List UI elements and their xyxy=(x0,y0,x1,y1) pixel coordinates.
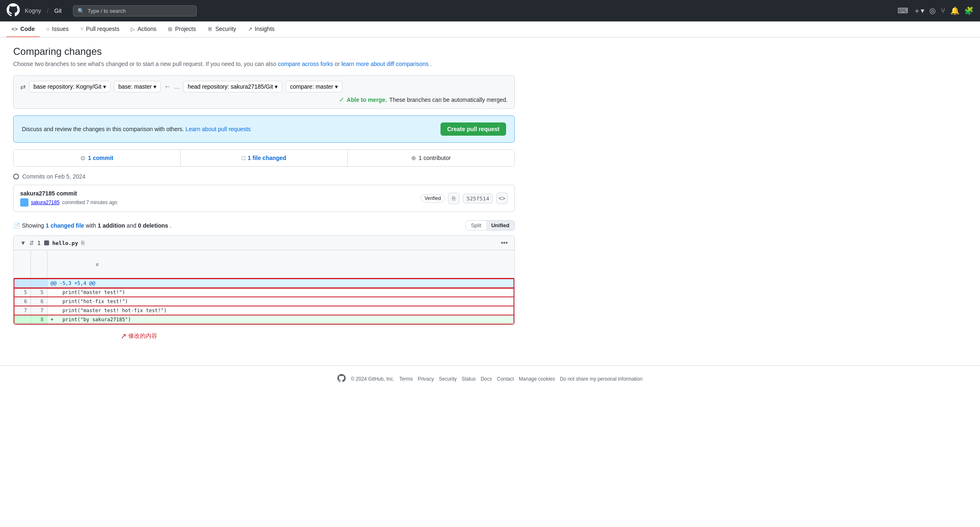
fork-icon[interactable]: ⑂ xyxy=(941,7,945,15)
expand-arrows-icon: ⇵ xyxy=(29,240,34,246)
footer-manage-cookies-link[interactable]: Manage cookies xyxy=(519,376,555,382)
annotation: ↗ 修改的内容 xyxy=(120,332,515,341)
head-repo-select[interactable]: head repository: sakura27185/Git ▾ xyxy=(183,81,282,92)
banner-text: Discuss and review the changes in this c… xyxy=(22,126,251,132)
file-diff-header-left: ▼ ⇵ 1 hello.py ⎘ xyxy=(20,240,497,246)
diff-content: ⇵ @@ -5,3 +5,4 @@ 5 5 print("master test… xyxy=(14,250,514,325)
commit-title: sakura27185 commit xyxy=(20,190,117,197)
chevron-down-icon: ▾ xyxy=(103,83,106,90)
expand-toggle[interactable]: ⇵ xyxy=(47,250,514,279)
chevron-down-icon: ▾ xyxy=(335,83,338,90)
compare-bar: ⇄ base repository: Kogny/Git ▾ base: mas… xyxy=(13,75,515,109)
compare-branch-select[interactable]: compare: master ▾ xyxy=(285,81,342,92)
showing-prefix: Showing xyxy=(22,222,44,229)
search-box[interactable]: 🔍 Type / to search xyxy=(73,5,197,16)
chevron-down-icon: ▾ xyxy=(275,83,278,90)
swap-icon[interactable]: ⇄ xyxy=(20,83,26,91)
github-logo-icon xyxy=(7,3,20,19)
tab-insights[interactable]: ↗ Insights xyxy=(243,21,280,37)
view-toggle: Split Unified xyxy=(466,220,515,231)
table-row: 7 7 print("master test! hot-fix test!") xyxy=(14,306,514,315)
tab-actions[interactable]: ▷ Actions xyxy=(126,21,161,37)
base-branch-select[interactable]: base: master ▾ xyxy=(114,81,161,92)
files-stat: □ 1 file changed xyxy=(181,150,348,166)
bell-icon[interactable]: 🔔 xyxy=(950,6,959,15)
footer-status-link[interactable]: Status xyxy=(462,376,476,382)
stats-row: ⊙ 1 commit □ 1 file changed ⊛ 1 contribu… xyxy=(13,149,515,167)
puzzle-icon[interactable]: 🧩 xyxy=(964,6,973,15)
unified-view-button[interactable]: Unified xyxy=(486,221,514,230)
code-icon: <> xyxy=(12,26,18,32)
commit-time: committed 7 minutes ago xyxy=(62,200,117,205)
commit-hash: 525f514 xyxy=(463,194,493,203)
header: Kogny / Git 🔍 Type / to search ⌨ ＋▾ ◎ ⑂ … xyxy=(0,0,980,21)
contributors-stat-label: 1 contributor xyxy=(419,155,451,161)
expand-icon: ⇵ xyxy=(96,261,99,267)
search-icon: 🔍 xyxy=(78,8,84,14)
plus-icon[interactable]: ＋▾ xyxy=(913,6,924,16)
line-num-new: 7 xyxy=(31,306,47,315)
tab-issues-label: Issues xyxy=(52,26,68,32)
commit-actions: Verified ⎘ 525f514 <> xyxy=(421,193,508,204)
annotation-text: 修改的内容 xyxy=(128,332,157,340)
commits-stat: ⊙ 1 commit xyxy=(14,150,181,166)
diff-add-line: + print("by sakura27185") xyxy=(47,315,514,324)
header-reponame[interactable]: Git xyxy=(54,7,62,14)
page-description: Choose two branches to see what's change… xyxy=(13,61,515,67)
commit-info: sakura27185 commit sakura27185 committed… xyxy=(20,190,117,207)
circle-icon[interactable]: ◎ xyxy=(929,6,936,15)
tab-security-label: Security xyxy=(215,26,236,32)
tab-issues[interactable]: ○ Issues xyxy=(41,21,73,37)
changed-file-link[interactable]: 1 changed file xyxy=(46,222,84,229)
footer-docs-link[interactable]: Docs xyxy=(481,376,492,382)
merge-desc-text: These branches can be automatically merg… xyxy=(389,96,508,103)
split-view-button[interactable]: Split xyxy=(466,221,486,230)
learn-about-pr-link[interactable]: Learn about pull requests xyxy=(186,126,251,132)
footer-privacy-info-link[interactable]: Do not share my personal information xyxy=(560,376,642,382)
tab-security[interactable]: ⛨ Security xyxy=(203,21,241,37)
browse-files-button[interactable]: <> xyxy=(496,193,508,204)
terminal-icon[interactable]: ⌨ xyxy=(898,6,908,15)
table-row: 8 + print("by sakura27185") xyxy=(14,315,514,324)
search-bar[interactable]: 🔍 Type / to search xyxy=(73,5,886,16)
commit-author-link[interactable]: sakura27185 xyxy=(31,200,59,205)
commit-row: sakura27185 commit sakura27185 committed… xyxy=(13,185,515,212)
create-pr-container: Create pull request xyxy=(441,122,506,136)
security-icon: ⛨ xyxy=(207,26,213,32)
files-stat-link[interactable]: 1 file changed xyxy=(248,155,286,161)
pr-icon: ⑂ xyxy=(80,26,84,32)
footer-copyright: © 2024 GitHub, Inc. xyxy=(351,376,394,382)
more-options-button[interactable]: ••• xyxy=(501,239,508,247)
footer-terms-link[interactable]: Terms xyxy=(399,376,413,382)
info-banner: Discuss and review the changes in this c… xyxy=(13,115,515,143)
copy-commit-button[interactable]: ⎘ xyxy=(448,193,459,204)
header-username[interactable]: Kogny xyxy=(25,7,41,14)
compare-forks-link[interactable]: compare across forks xyxy=(278,61,333,67)
and-text: and xyxy=(127,222,136,229)
tab-pull-requests[interactable]: ⑂ Pull requests xyxy=(75,21,125,37)
learn-more-link[interactable]: learn more about diff comparisons xyxy=(342,61,429,67)
footer-privacy-link[interactable]: Privacy xyxy=(418,376,434,382)
compare-dots: … xyxy=(174,83,180,90)
footer-contact-link[interactable]: Contact xyxy=(497,376,514,382)
repo-nav: <> Code ○ Issues ⑂ Pull requests ▷ Actio… xyxy=(0,21,980,38)
copy-path-button[interactable]: ⎘ xyxy=(81,240,85,246)
verified-badge: Verified xyxy=(421,194,445,202)
tab-insights-label: Insights xyxy=(255,26,275,32)
commits-stat-link[interactable]: 1 commit xyxy=(88,155,113,161)
tab-projects[interactable]: ⊞ Projects xyxy=(163,21,201,37)
footer-security-link[interactable]: Security xyxy=(439,376,457,382)
footer-logo xyxy=(337,374,346,383)
base-repo-select[interactable]: base repository: Kogny/Git ▾ xyxy=(29,81,111,92)
commits-stat-icon: ⊙ xyxy=(80,155,85,161)
create-pull-request-button[interactable]: Create pull request xyxy=(441,122,506,136)
merge-status: ✓ Able to merge. These branches can be a… xyxy=(339,96,508,104)
line-num-new: 6 xyxy=(31,297,47,306)
showing-icon: 📄 xyxy=(13,222,20,229)
additions-count: 1 addition xyxy=(98,222,125,229)
table-row: 5 5 print("master test!") xyxy=(14,288,514,297)
footer: © 2024 GitHub, Inc. Terms Privacy Securi… xyxy=(0,365,980,392)
tab-code[interactable]: <> Code xyxy=(7,21,40,37)
expand-file-button[interactable]: ▼ xyxy=(20,240,26,246)
commit-meta: sakura27185 committed 7 minutes ago xyxy=(20,198,117,207)
